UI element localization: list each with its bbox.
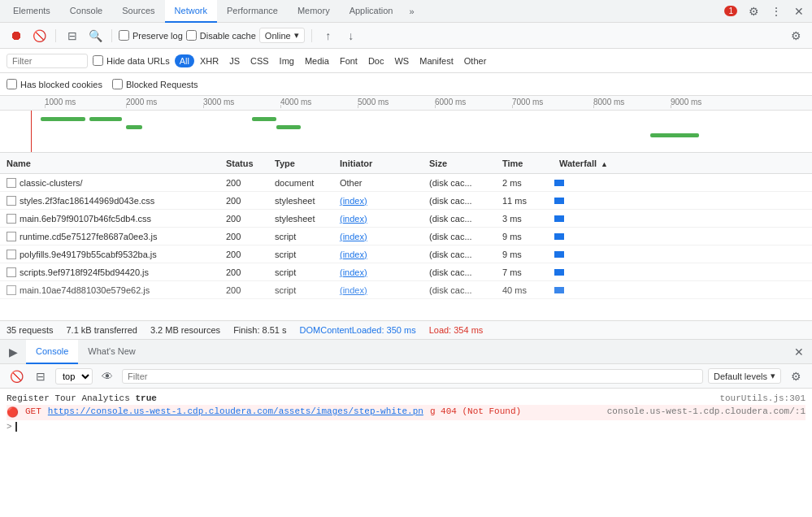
col-header-name[interactable]: Name	[0, 159, 219, 168]
table-row[interactable]: main.10ae74d881030e579e62.js 200 script …	[0, 281, 812, 299]
tab-network-label: Network	[175, 6, 207, 15]
tab-elements-label: Elements	[13, 6, 50, 15]
filter-btn-all[interactable]: All	[175, 54, 194, 67]
tab-sources[interactable]: Sources	[112, 0, 164, 23]
filter-btn-media[interactable]: Media	[300, 54, 334, 67]
filter-btn-css[interactable]: CSS	[245, 54, 274, 67]
filter-btn-xhr[interactable]: XHR	[195, 54, 224, 67]
row-initiator-3[interactable]: (index)	[333, 232, 423, 241]
error-suffix: g 404 (Not Found)	[430, 406, 521, 416]
separator-2	[111, 29, 112, 42]
col-header-type[interactable]: Type	[268, 159, 333, 168]
clear-button[interactable]: 🚫	[29, 26, 49, 46]
col-header-size[interactable]: Size	[423, 159, 496, 168]
col-header-waterfall[interactable]: Waterfall ▲	[553, 159, 812, 168]
tick-2000ms: 2000 ms	[126, 98, 157, 106]
error-link[interactable]: https://console.us-west-1.cdp.cloudera.c…	[48, 406, 423, 416]
tab-memory[interactable]: Memory	[288, 0, 340, 23]
filter-icon[interactable]: ⊟	[63, 26, 82, 46]
filter-btn-ws[interactable]: WS	[389, 54, 414, 67]
console-settings-icon[interactable]: ⚙	[786, 367, 805, 386]
preserve-log-checkbox[interactable]: Preserve log	[119, 30, 183, 41]
filter-btn-manifest[interactable]: Manifest	[415, 54, 458, 67]
row-type-0: document	[268, 178, 333, 188]
console-scope-select[interactable]: top	[55, 368, 93, 384]
blocked-requests-checkbox[interactable]: Blocked Requests	[112, 79, 198, 89]
has-blocked-cookies-input[interactable]	[7, 79, 17, 89]
filter-btn-font[interactable]: Font	[335, 54, 363, 67]
tab-performance-label: Performance	[227, 6, 278, 15]
row-initiator-5[interactable]: (index)	[333, 267, 423, 277]
console-toolbar: 🚫 ⊟ top 👁 Default levels ▾ ⚙	[0, 364, 812, 389]
timeline-bar-6	[650, 133, 699, 137]
tab-overflow[interactable]: »	[402, 7, 420, 16]
settings-icon[interactable]: ⚙	[744, 2, 763, 21]
console-filter-input[interactable]	[122, 369, 703, 384]
table-row[interactable]: classic-clusters/ 200 document Other (di…	[0, 174, 812, 192]
table-row[interactable]: runtime.cd5e75127fe8687a0ee3.js 200 scri…	[0, 228, 812, 245]
row-type-4: script	[268, 250, 333, 259]
col-header-initiator[interactable]: Initiator	[333, 159, 423, 168]
record-button[interactable]: ⏺	[7, 26, 26, 46]
table-row[interactable]: styles.2f3fac186144969d043e.css 200 styl…	[0, 192, 812, 210]
row-initiator-4[interactable]: (index)	[333, 250, 423, 259]
row-size-4: (disk cac...	[423, 250, 496, 259]
waterfall-bar-5	[554, 269, 564, 276]
table-row[interactable]: polyfills.9e49179b55cabf9532ba.js 200 sc…	[0, 245, 812, 263]
filter-btn-doc[interactable]: Doc	[363, 54, 389, 67]
hide-data-urls-checkbox[interactable]: Hide data URLs	[93, 55, 170, 66]
row-status-4: 200	[219, 250, 268, 259]
row-time-4: 9 ms	[496, 250, 553, 259]
console-eye-icon[interactable]: 👁	[98, 367, 117, 386]
upload-icon[interactable]: ↑	[319, 26, 338, 46]
console-clear-icon[interactable]: 🚫	[7, 367, 26, 386]
console-source-2[interactable]: console.us-west-1.cdp.cloudera.com/:1	[607, 406, 805, 416]
filter-btn-js[interactable]: JS	[224, 54, 245, 67]
finish-time: Finish: 8.51 s	[233, 325, 286, 335]
blocked-requests-input[interactable]	[112, 79, 123, 89]
row-initiator-2[interactable]: (index)	[333, 214, 423, 224]
download-icon[interactable]: ↓	[341, 26, 361, 46]
table-row[interactable]: scripts.9ef9718f924f5bd94420.js 200 scri…	[0, 263, 812, 281]
filter-btn-img[interactable]: Img	[275, 54, 299, 67]
preserve-log-label: Preserve log	[132, 31, 183, 41]
hide-data-urls-input[interactable]	[93, 55, 103, 66]
console-levels-dropdown[interactable]: Default levels ▾	[708, 368, 781, 384]
console-source-1[interactable]: tourUtils.js:301	[719, 393, 805, 403]
col-header-status[interactable]: Status	[219, 159, 268, 168]
tab-application[interactable]: Application	[340, 0, 403, 23]
disable-cache-checkbox[interactable]: Disable cache	[186, 30, 256, 41]
filter-input[interactable]	[7, 54, 88, 68]
prompt-cursor[interactable]	[15, 422, 17, 432]
throttle-dropdown[interactable]: Online ▾	[259, 28, 305, 43]
console-close-icon[interactable]: ✕	[789, 342, 809, 362]
console-filter-icon[interactable]: ⊟	[31, 367, 50, 386]
close-icon[interactable]: ✕	[789, 2, 809, 21]
search-icon[interactable]: 🔍	[85, 26, 105, 46]
disable-cache-input[interactable]	[186, 30, 197, 41]
tab-console-panel[interactable]: Console	[26, 340, 78, 364]
tab-whats-new[interactable]: What's New	[78, 340, 145, 364]
preserve-log-input[interactable]	[119, 30, 129, 41]
console-levels-label: Default levels	[714, 371, 767, 381]
tab-console[interactable]: Console	[60, 0, 112, 23]
has-blocked-cookies-checkbox[interactable]: Has blocked cookies	[7, 79, 102, 89]
tab-bar-right: 1 ⚙ ⋮ ✕	[724, 2, 809, 21]
tick-7000ms: 7000 ms	[512, 98, 543, 106]
row-type-6: script	[268, 285, 333, 295]
tab-network[interactable]: Network	[165, 0, 217, 23]
waterfall-bar-0	[554, 180, 564, 186]
row-initiator-6[interactable]: (index)	[333, 285, 423, 295]
timeline-red-line	[31, 111, 32, 153]
network-settings-icon[interactable]: ⚙	[786, 26, 805, 46]
more-options-icon[interactable]: ⋮	[766, 2, 786, 21]
row-status-0: 200	[219, 178, 268, 188]
filter-btn-other[interactable]: Other	[459, 54, 492, 67]
row-initiator-1[interactable]: (index)	[333, 196, 423, 206]
tab-performance[interactable]: Performance	[217, 0, 288, 23]
console-panel-up-icon[interactable]: ▶	[3, 342, 23, 362]
col-header-time[interactable]: Time	[496, 159, 553, 168]
table-row[interactable]: main.6eb79f90107b46fc5db4.css 200 styles…	[0, 210, 812, 228]
row-time-2: 3 ms	[496, 214, 553, 224]
tab-elements[interactable]: Elements	[3, 0, 60, 23]
